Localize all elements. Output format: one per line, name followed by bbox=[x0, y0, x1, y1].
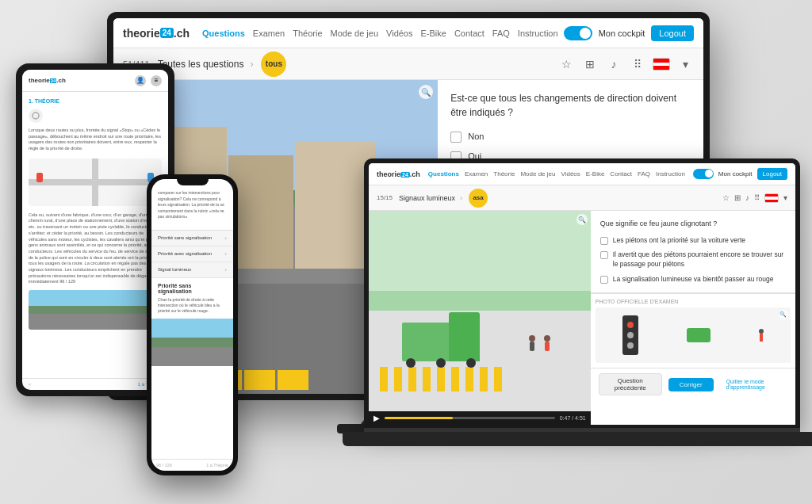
phone: comparer sur les intersections pour sign… bbox=[147, 174, 238, 475]
nav-mode-jeu[interactable]: Mode de jeu bbox=[331, 29, 379, 38]
phone-menu-arrow-2: › bbox=[224, 250, 227, 258]
qbar-icons: ☆ ⊞ ♪ ⠿ ▾ bbox=[557, 55, 694, 73]
laptop-nav-theorie[interactable]: Théorie bbox=[493, 170, 515, 178]
laptop-logout-button[interactable]: Logout bbox=[757, 168, 787, 180]
laptop-checkbox-1[interactable] bbox=[600, 237, 608, 245]
dark-mode-toggle[interactable] bbox=[564, 26, 592, 40]
laptop-nav-contact[interactable]: Contact bbox=[610, 170, 632, 178]
nav-videos[interactable]: Vidéos bbox=[386, 29, 412, 38]
video-progress-bar[interactable] bbox=[385, 417, 555, 419]
nav-examen[interactable]: Examen bbox=[253, 29, 285, 38]
sound-icon[interactable]: ♪ bbox=[605, 55, 622, 73]
laptop-checkbox-3[interactable] bbox=[600, 276, 608, 284]
video-play-button[interactable]: ▶ bbox=[373, 414, 380, 422]
truck-cab bbox=[449, 312, 480, 361]
nav-contact[interactable]: Contact bbox=[454, 29, 485, 38]
prev-question-button[interactable]: Question précédente bbox=[599, 373, 662, 395]
laptop-video-content: 🔍 ▶ 0:47 / 4:51 bbox=[369, 211, 591, 425]
traffic-light bbox=[622, 315, 638, 355]
laptop-nav-examen[interactable]: Examen bbox=[465, 170, 488, 178]
laptop-question-bar: 15/15 Signaux lumineux › asa ☆ ⊞ ♪ ⠿ ▾ bbox=[369, 185, 795, 211]
laptop-question-category: Signaux lumineux bbox=[399, 194, 455, 202]
laptop-preview-image: 🔍 bbox=[596, 307, 791, 363]
phone-menu-arrow-3: › bbox=[224, 266, 227, 273]
phone-highlight: Priorité sans signalisation Chan la prio… bbox=[151, 278, 233, 319]
answer-non[interactable]: Non bbox=[450, 131, 691, 143]
laptop-grid-icon[interactable]: ⊞ bbox=[734, 193, 741, 202]
laptop-answer-1[interactable]: Les piétons ont la priorité sur la voitu… bbox=[600, 236, 786, 246]
laptop-nav-mode-jeu[interactable]: Mode de jeu bbox=[520, 170, 555, 178]
laptop-crosswalk bbox=[380, 367, 502, 391]
monitor-nav-links: Questions Examen Théorie Mode de jeu Vid… bbox=[202, 29, 564, 38]
nav-faq[interactable]: FAQ bbox=[492, 29, 510, 38]
tl-green-light bbox=[627, 342, 634, 349]
laptop-nav-questions[interactable]: Questions bbox=[428, 170, 459, 178]
laptop-cockpit-label: Mon cockpit bbox=[718, 170, 753, 178]
phone-menu-item-3[interactable]: Signal lumineux › bbox=[151, 262, 233, 278]
tablet-menu-icon[interactable]: ≡ bbox=[151, 75, 162, 86]
laptop-answer-text-2: Il avertit que des piétons pourraient en… bbox=[613, 250, 786, 269]
grid-icon[interactable]: ⊞ bbox=[581, 55, 599, 73]
tablet-logo: theorie24.ch bbox=[29, 77, 66, 84]
laptop-answer-text-3: La signalisation lumineuse va bientôt pa… bbox=[613, 275, 774, 284]
laptop-base bbox=[343, 432, 813, 446]
phone-menu-label-3: Signal lumineux bbox=[158, 267, 191, 272]
phone-road-image bbox=[151, 319, 233, 366]
laptop-bottom-navigation: Question précédente Corriger Quitter le … bbox=[591, 368, 795, 400]
laptop-video-zoom-icon[interactable]: 🔍 bbox=[576, 214, 588, 225]
phone-menu-arrow-1: › bbox=[224, 235, 227, 242]
language-flag[interactable] bbox=[653, 58, 670, 71]
logout-button[interactable]: Logout bbox=[651, 25, 694, 41]
laptop-nav-videos[interactable]: Vidéos bbox=[561, 170, 580, 178]
person-head-2 bbox=[544, 335, 550, 342]
laptop-question-text: Que signifie ce feu jaune clignotant ? bbox=[600, 219, 786, 230]
person-head-1 bbox=[529, 335, 535, 342]
preview-zoom-icon[interactable]: 🔍 bbox=[779, 310, 788, 319]
menu-icon[interactable]: ⠿ bbox=[629, 55, 646, 73]
person-diagram-body bbox=[760, 334, 763, 342]
phone-menu: Priorité sans signalisation › Priorité a… bbox=[151, 230, 233, 278]
laptop-nav-instruction[interactable]: Instruction bbox=[656, 170, 685, 178]
person-2 bbox=[544, 335, 550, 351]
correct-button[interactable]: Corriger bbox=[668, 378, 714, 391]
laptop-sound-icon[interactable]: ♪ bbox=[745, 193, 749, 202]
laptop-nav-ebike[interactable]: E-Bike bbox=[586, 170, 605, 178]
checkbox-non[interactable] bbox=[450, 132, 462, 143]
laptop-logo: theorie24.ch bbox=[377, 170, 420, 178]
laptop-video-section: 🔍 ▶ 0:47 / 4:51 bbox=[369, 211, 591, 425]
laptop-preview-label: PHOTO OFFICIELLE D'EXAMEN bbox=[596, 299, 791, 304]
laptop-dark-mode-toggle[interactable] bbox=[693, 169, 714, 179]
phone-notch bbox=[177, 179, 209, 185]
laptop-answer-3[interactable]: La signalisation lumineuse va bientôt pa… bbox=[600, 275, 786, 284]
cockpit-label: Mon cockpit bbox=[599, 29, 645, 38]
svg-point-0 bbox=[33, 113, 39, 119]
laptop-chevron-down-icon[interactable]: ▾ bbox=[783, 193, 787, 202]
laptop-image-preview: PHOTO OFFICIELLE D'EXAMEN bbox=[591, 293, 795, 368]
laptop-answers-list: Les piétons ont la priorité sur la voitu… bbox=[600, 236, 786, 285]
person-body-1 bbox=[530, 342, 534, 351]
truck bbox=[402, 291, 480, 361]
building-center bbox=[228, 155, 293, 269]
nav-questions[interactable]: Questions bbox=[202, 29, 245, 38]
nav-theorie[interactable]: Théorie bbox=[293, 29, 322, 38]
phone-page-number: 96 / 129 bbox=[156, 463, 172, 468]
laptop-checkbox-2[interactable] bbox=[600, 251, 608, 259]
laptop-question-area: Que signifie ce feu jaune clignotant ? L… bbox=[591, 211, 795, 293]
laptop-apps-icon[interactable]: ⠿ bbox=[754, 193, 760, 202]
laptop-bookmark-icon[interactable]: ☆ bbox=[722, 193, 730, 202]
laptop-answer-2[interactable]: Il avertit que des piétons pourraient en… bbox=[600, 250, 786, 269]
laptop-language-flag[interactable] bbox=[764, 193, 779, 203]
tablet-prev-btn[interactable]: < bbox=[29, 382, 32, 387]
tablet-user-icon[interactable]: 👤 bbox=[135, 75, 146, 86]
laptop-main-content: 🔍 ▶ 0:47 / 4:51 bbox=[369, 211, 795, 425]
phone-menu-item-1[interactable]: Priorité sans signalisation › bbox=[151, 231, 233, 246]
nav-ebike[interactable]: E-Bike bbox=[420, 29, 446, 38]
phone-screen: comparer sur les intersections pour sign… bbox=[151, 179, 233, 471]
nav-instruction[interactable]: Instruction bbox=[518, 29, 558, 38]
car-diagram bbox=[687, 328, 710, 342]
phone-menu-item-2[interactable]: Priorité avec signalisation › bbox=[151, 246, 233, 262]
quit-learning-link[interactable]: Quitter le mode d'apprentissage bbox=[726, 379, 787, 390]
bookmark-icon[interactable]: ☆ bbox=[557, 55, 575, 73]
laptop-nav-faq[interactable]: FAQ bbox=[638, 170, 650, 178]
chevron-down-icon[interactable]: ▾ bbox=[676, 55, 694, 73]
